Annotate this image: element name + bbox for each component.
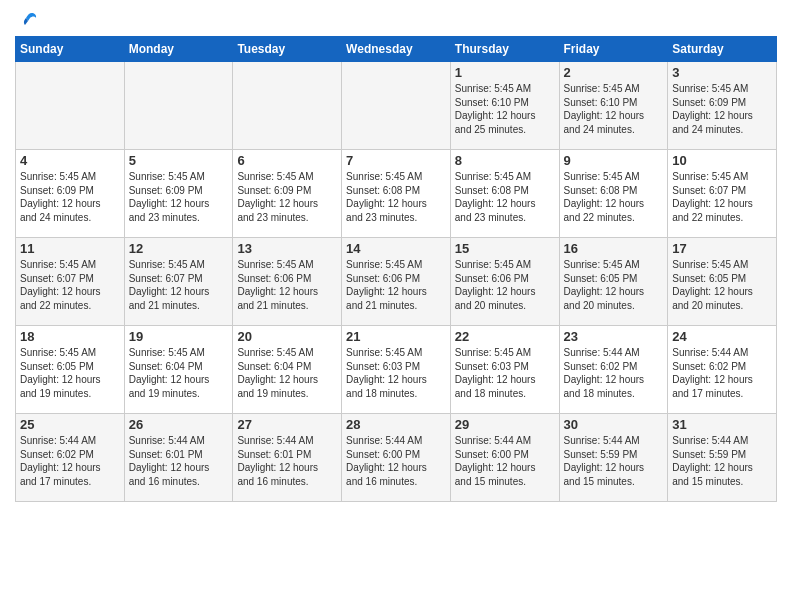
day-info: Sunrise: 5:44 AM Sunset: 6:02 PM Dayligh…: [564, 346, 664, 400]
week-row-5: 25Sunrise: 5:44 AM Sunset: 6:02 PM Dayli…: [16, 414, 777, 502]
day-info: Sunrise: 5:45 AM Sunset: 6:07 PM Dayligh…: [129, 258, 229, 312]
day-info: Sunrise: 5:44 AM Sunset: 6:01 PM Dayligh…: [129, 434, 229, 488]
day-cell: 28Sunrise: 5:44 AM Sunset: 6:00 PM Dayli…: [342, 414, 451, 502]
day-info: Sunrise: 5:45 AM Sunset: 6:04 PM Dayligh…: [129, 346, 229, 400]
day-number: 23: [564, 329, 664, 344]
day-number: 2: [564, 65, 664, 80]
day-cell: 26Sunrise: 5:44 AM Sunset: 6:01 PM Dayli…: [124, 414, 233, 502]
day-cell: 19Sunrise: 5:45 AM Sunset: 6:04 PM Dayli…: [124, 326, 233, 414]
day-info: Sunrise: 5:45 AM Sunset: 6:06 PM Dayligh…: [237, 258, 337, 312]
day-number: 11: [20, 241, 120, 256]
header-row: SundayMondayTuesdayWednesdayThursdayFrid…: [16, 37, 777, 62]
day-info: Sunrise: 5:45 AM Sunset: 6:05 PM Dayligh…: [672, 258, 772, 312]
day-info: Sunrise: 5:44 AM Sunset: 6:02 PM Dayligh…: [672, 346, 772, 400]
day-number: 17: [672, 241, 772, 256]
day-info: Sunrise: 5:45 AM Sunset: 6:08 PM Dayligh…: [455, 170, 555, 224]
day-info: Sunrise: 5:44 AM Sunset: 6:00 PM Dayligh…: [346, 434, 446, 488]
day-info: Sunrise: 5:45 AM Sunset: 6:08 PM Dayligh…: [346, 170, 446, 224]
day-cell: 6Sunrise: 5:45 AM Sunset: 6:09 PM Daylig…: [233, 150, 342, 238]
day-cell: 1Sunrise: 5:45 AM Sunset: 6:10 PM Daylig…: [450, 62, 559, 150]
week-row-2: 4Sunrise: 5:45 AM Sunset: 6:09 PM Daylig…: [16, 150, 777, 238]
day-cell: 13Sunrise: 5:45 AM Sunset: 6:06 PM Dayli…: [233, 238, 342, 326]
day-cell: 31Sunrise: 5:44 AM Sunset: 5:59 PM Dayli…: [668, 414, 777, 502]
day-cell: 17Sunrise: 5:45 AM Sunset: 6:05 PM Dayli…: [668, 238, 777, 326]
day-cell: 3Sunrise: 5:45 AM Sunset: 6:09 PM Daylig…: [668, 62, 777, 150]
day-info: Sunrise: 5:44 AM Sunset: 6:02 PM Dayligh…: [20, 434, 120, 488]
day-number: 1: [455, 65, 555, 80]
day-number: 8: [455, 153, 555, 168]
day-cell: 10Sunrise: 5:45 AM Sunset: 6:07 PM Dayli…: [668, 150, 777, 238]
day-cell: 11Sunrise: 5:45 AM Sunset: 6:07 PM Dayli…: [16, 238, 125, 326]
header-day-wednesday: Wednesday: [342, 37, 451, 62]
logo-bird-icon: [17, 10, 39, 32]
day-number: 19: [129, 329, 229, 344]
day-cell: 30Sunrise: 5:44 AM Sunset: 5:59 PM Dayli…: [559, 414, 668, 502]
day-info: Sunrise: 5:45 AM Sunset: 6:09 PM Dayligh…: [672, 82, 772, 136]
day-cell: 15Sunrise: 5:45 AM Sunset: 6:06 PM Dayli…: [450, 238, 559, 326]
day-cell: 4Sunrise: 5:45 AM Sunset: 6:09 PM Daylig…: [16, 150, 125, 238]
week-row-1: 1Sunrise: 5:45 AM Sunset: 6:10 PM Daylig…: [16, 62, 777, 150]
week-row-3: 11Sunrise: 5:45 AM Sunset: 6:07 PM Dayli…: [16, 238, 777, 326]
day-info: Sunrise: 5:45 AM Sunset: 6:04 PM Dayligh…: [237, 346, 337, 400]
day-cell: 24Sunrise: 5:44 AM Sunset: 6:02 PM Dayli…: [668, 326, 777, 414]
day-cell: 22Sunrise: 5:45 AM Sunset: 6:03 PM Dayli…: [450, 326, 559, 414]
header-day-saturday: Saturday: [668, 37, 777, 62]
day-info: Sunrise: 5:45 AM Sunset: 6:06 PM Dayligh…: [455, 258, 555, 312]
logo: [15, 10, 39, 28]
day-number: 15: [455, 241, 555, 256]
day-number: 10: [672, 153, 772, 168]
header-day-monday: Monday: [124, 37, 233, 62]
day-number: 3: [672, 65, 772, 80]
day-info: Sunrise: 5:45 AM Sunset: 6:06 PM Dayligh…: [346, 258, 446, 312]
header-day-friday: Friday: [559, 37, 668, 62]
day-number: 5: [129, 153, 229, 168]
day-info: Sunrise: 5:45 AM Sunset: 6:07 PM Dayligh…: [672, 170, 772, 224]
calendar-table: SundayMondayTuesdayWednesdayThursdayFrid…: [15, 36, 777, 502]
header-day-tuesday: Tuesday: [233, 37, 342, 62]
day-info: Sunrise: 5:45 AM Sunset: 6:03 PM Dayligh…: [346, 346, 446, 400]
day-info: Sunrise: 5:44 AM Sunset: 5:59 PM Dayligh…: [564, 434, 664, 488]
day-number: 29: [455, 417, 555, 432]
day-cell: 21Sunrise: 5:45 AM Sunset: 6:03 PM Dayli…: [342, 326, 451, 414]
day-cell: 2Sunrise: 5:45 AM Sunset: 6:10 PM Daylig…: [559, 62, 668, 150]
day-number: 25: [20, 417, 120, 432]
day-number: 24: [672, 329, 772, 344]
day-cell: 18Sunrise: 5:45 AM Sunset: 6:05 PM Dayli…: [16, 326, 125, 414]
page-header: [15, 10, 777, 28]
day-cell: 27Sunrise: 5:44 AM Sunset: 6:01 PM Dayli…: [233, 414, 342, 502]
day-cell: 9Sunrise: 5:45 AM Sunset: 6:08 PM Daylig…: [559, 150, 668, 238]
day-number: 22: [455, 329, 555, 344]
day-info: Sunrise: 5:45 AM Sunset: 6:08 PM Dayligh…: [564, 170, 664, 224]
day-number: 6: [237, 153, 337, 168]
day-cell: 8Sunrise: 5:45 AM Sunset: 6:08 PM Daylig…: [450, 150, 559, 238]
day-number: 26: [129, 417, 229, 432]
day-cell: 14Sunrise: 5:45 AM Sunset: 6:06 PM Dayli…: [342, 238, 451, 326]
day-info: Sunrise: 5:45 AM Sunset: 6:05 PM Dayligh…: [20, 346, 120, 400]
day-number: 14: [346, 241, 446, 256]
day-cell: 23Sunrise: 5:44 AM Sunset: 6:02 PM Dayli…: [559, 326, 668, 414]
day-info: Sunrise: 5:45 AM Sunset: 6:03 PM Dayligh…: [455, 346, 555, 400]
day-number: 30: [564, 417, 664, 432]
header-day-thursday: Thursday: [450, 37, 559, 62]
day-cell: [342, 62, 451, 150]
day-number: 27: [237, 417, 337, 432]
day-cell: 29Sunrise: 5:44 AM Sunset: 6:00 PM Dayli…: [450, 414, 559, 502]
day-cell: [16, 62, 125, 150]
day-info: Sunrise: 5:44 AM Sunset: 6:00 PM Dayligh…: [455, 434, 555, 488]
day-cell: 16Sunrise: 5:45 AM Sunset: 6:05 PM Dayli…: [559, 238, 668, 326]
day-number: 12: [129, 241, 229, 256]
day-number: 9: [564, 153, 664, 168]
day-number: 31: [672, 417, 772, 432]
day-number: 4: [20, 153, 120, 168]
day-cell: 20Sunrise: 5:45 AM Sunset: 6:04 PM Dayli…: [233, 326, 342, 414]
day-cell: 12Sunrise: 5:45 AM Sunset: 6:07 PM Dayli…: [124, 238, 233, 326]
day-info: Sunrise: 5:44 AM Sunset: 6:01 PM Dayligh…: [237, 434, 337, 488]
day-cell: [233, 62, 342, 150]
week-row-4: 18Sunrise: 5:45 AM Sunset: 6:05 PM Dayli…: [16, 326, 777, 414]
day-number: 21: [346, 329, 446, 344]
day-info: Sunrise: 5:45 AM Sunset: 6:09 PM Dayligh…: [20, 170, 120, 224]
day-info: Sunrise: 5:45 AM Sunset: 6:05 PM Dayligh…: [564, 258, 664, 312]
day-number: 18: [20, 329, 120, 344]
day-info: Sunrise: 5:45 AM Sunset: 6:10 PM Dayligh…: [455, 82, 555, 136]
day-cell: 5Sunrise: 5:45 AM Sunset: 6:09 PM Daylig…: [124, 150, 233, 238]
